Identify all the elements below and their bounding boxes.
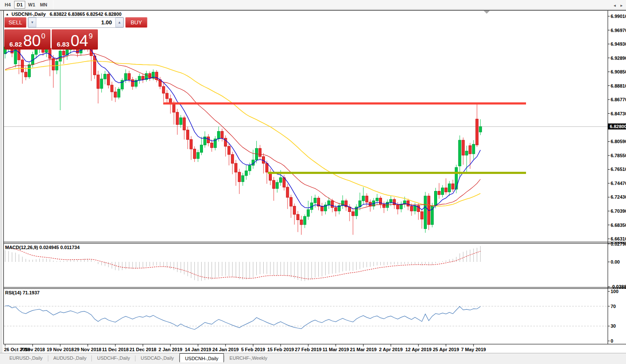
macd-axis-label: 0.00 <box>611 259 620 264</box>
chart-canvas[interactable] <box>0 0 626 364</box>
macd-histogram <box>5 246 480 281</box>
date-axis-label: 7 Nov 2018 <box>21 347 45 352</box>
date-axis-label: 12 Apr 2019 <box>406 347 432 352</box>
price-axis-label: 6.96970 <box>611 28 626 33</box>
date-axis-label: 24 Jan 2019 <box>212 347 239 352</box>
date-axis-label: 29 Nov 2018 <box>74 347 102 352</box>
rsi-axis-label: 30 <box>611 323 616 329</box>
macd-label: MACD(12,26,9) 0.024945 0.011734 <box>5 245 79 250</box>
chart-tab-usdcnh[interactable]: USDCNH-,Daily <box>179 353 224 362</box>
price-axis-label: 6.72430 <box>611 194 626 200</box>
price-axis-label: 6.80590 <box>611 139 626 144</box>
date-axis-label: 21 Mar 2019 <box>350 347 376 352</box>
price-axis-label: 6.84730 <box>611 111 626 116</box>
chart-tab-bar: EURUSD-,DailyAUDUSD-,DailyUSDCHF-,DailyU… <box>0 353 626 364</box>
rsi-axis-label: 70 <box>611 304 616 309</box>
chart-tab-eurchf[interactable]: EURCHF-,Weekly <box>224 354 272 362</box>
buy-price-point: 9 <box>88 32 92 40</box>
price-axis-label: 6.92890 <box>611 56 626 61</box>
rsi-axis-label: 100 <box>611 289 618 294</box>
buy-price-prefix: 6.83 <box>57 41 69 47</box>
symbol-period-label: USDCNH-,Daily <box>12 12 46 17</box>
price-axis-label: 6.76510 <box>611 167 626 172</box>
mt4-terminal-window: H4D1W1MN ▲ USDCNH-,Daily 6.83822 6.83865… <box>0 0 626 364</box>
buy-button[interactable]: BUY <box>125 17 147 28</box>
price-axis-label: 6.70390 <box>611 208 626 214</box>
macd-axis-label: 0.027984 <box>611 241 626 247</box>
price-axis-label: 6.68350 <box>611 223 626 228</box>
buy-price-pips: 04 <box>71 35 88 47</box>
price-axis-label: 6.78550 <box>611 153 626 158</box>
one-click-trading-panel: SELL ▼ ▲ BUY 6.82 80 0 6.83 04 9 <box>4 17 98 50</box>
sell-price-pips: 80 <box>23 35 41 47</box>
sell-price-prefix: 6.82 <box>9 41 22 47</box>
sell-button[interactable]: SELL <box>4 17 26 28</box>
date-axis-label: 7 May 2019 <box>461 347 486 352</box>
date-axis-label: 2 Jan 2019 <box>159 347 182 352</box>
date-axis-label: 11 Mar 2019 <box>323 347 349 352</box>
price-axis-label: 6.86770 <box>611 97 626 102</box>
sell-price-button[interactable]: 6.82 80 0 <box>4 29 50 50</box>
price-axis-label: 6.90850 <box>611 69 626 74</box>
price-axis-label: 6.94930 <box>611 41 626 47</box>
date-axis-label: 11 Dec 2018 <box>102 347 129 352</box>
date-axis-label: 2 Apr 2019 <box>379 347 403 352</box>
date-axis-label: 25 Apr 2019 <box>433 347 459 352</box>
volume-up-button[interactable]: ▲ <box>115 18 123 27</box>
price-axis-label: 6.99010 <box>611 14 626 19</box>
candlestick-series <box>4 40 482 235</box>
chart-tab-usdcad[interactable]: USDCAD-,Daily <box>135 354 179 362</box>
chart-tab-audusd[interactable]: AUDUSD-,Daily <box>48 354 92 362</box>
volume-down-button[interactable]: ▼ <box>28 18 36 27</box>
rsi-label: RSI(14) 71.1937 <box>5 290 40 295</box>
current-price-tag: 6.82800 <box>608 123 626 129</box>
chart-tab-eurusd[interactable]: EURUSD-,Daily <box>4 354 48 362</box>
volume-stepper: ▼ ▲ <box>28 17 124 28</box>
collapse-arrow-icon[interactable]: ▲ <box>6 12 9 16</box>
chart-shift-marker-icon[interactable] <box>484 11 490 14</box>
date-axis-label: 5 Feb 2019 <box>241 347 265 352</box>
chart-tab-usdchf[interactable]: USDCHF-,Daily <box>92 354 135 362</box>
date-axis-label: 19 Nov 2018 <box>47 347 74 352</box>
chevron-down-icon: ▼ <box>31 21 34 24</box>
ohlc-values: 6.83822 6.83865 6.82542 6.82800 <box>50 12 121 17</box>
buy-price-button[interactable]: 6.83 04 9 <box>52 29 98 50</box>
sell-price-point: 0 <box>41 32 45 40</box>
price-axis-label: 6.88810 <box>611 83 626 88</box>
date-axis-label: 21 Dec 2018 <box>129 347 156 352</box>
chevron-up-icon: ▲ <box>118 21 121 24</box>
tab-scroll-left-icon[interactable]: ◂ <box>614 3 616 8</box>
date-axis-label: 15 Feb 2019 <box>267 347 294 352</box>
tab-scroll-right-icon[interactable]: ▸ <box>620 3 623 8</box>
date-axis-label: 27 Feb 2019 <box>295 347 321 352</box>
resistance-level-line <box>163 103 526 105</box>
price-axis-label: 6.66310 <box>611 236 626 241</box>
price-axis-label: 6.74470 <box>611 181 626 186</box>
rsi-axis-label: 0 <box>611 338 613 343</box>
date-axis-label: 14 Jan 2019 <box>185 347 211 352</box>
volume-input[interactable] <box>36 18 115 27</box>
support-level-line <box>268 172 526 174</box>
ma-fast-line <box>5 48 480 211</box>
chart-title: ▲ USDCNH-,Daily 6.83822 6.83865 6.82542 … <box>6 12 121 17</box>
